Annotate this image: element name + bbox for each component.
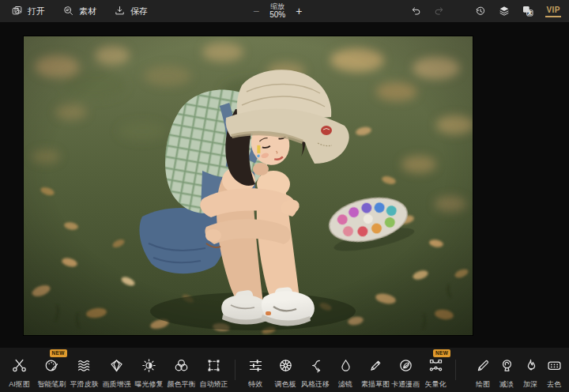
toolgroup-effects: 特效 调色板 风格迁移 滤镜 素描草图 卡通漫画 NEW 矢量化 [240,348,450,390]
style-transfer-icon [307,357,324,377]
scissors-icon [11,357,28,377]
redo-icon[interactable] [433,5,446,17]
toolgroup-paint: 绘图 减淡 加深 去色 [471,348,566,390]
tool-style-transfer[interactable]: 风格迁移 [300,348,330,390]
layers-icon[interactable] [498,5,511,17]
sketch-pen-icon [367,357,384,377]
dodge-icon [499,357,515,377]
undo-icon[interactable] [409,5,422,17]
toolgroup-adjust: AI抠图 NEW 智能笔刷 平滑皮肤 画质增强 曝光修复 颜色平衡 自动矫正 [3,348,230,390]
zoom-value: 50% [269,10,285,19]
waves-icon [76,357,92,377]
tool-ai-cutout[interactable]: AI抠图 [3,348,36,390]
tool-filter[interactable]: 滤镜 [330,348,360,390]
tool-exposure-fix[interactable]: 曝光修复 [133,348,165,390]
vector-nodes-icon [428,357,444,377]
crop-frame-icon [205,357,222,377]
sliders-icon [247,357,264,377]
toolbar-divider [455,360,456,380]
photo-girl-on-grass [24,36,473,335]
zoom-readout: 缩放 50% [269,3,285,20]
download-icon [114,5,126,18]
zoom-in-button[interactable]: + [294,6,303,17]
tool-burn[interactable]: 加深 [518,348,542,390]
tool-smooth-skin[interactable]: 平滑皮肤 [68,348,100,390]
top-toolbar: 打开 素材 保存 − 缩放 50% + [0,0,569,22]
tool-color-balance[interactable]: 颜色平衡 [165,348,198,390]
tool-cartoon[interactable]: 卡通漫画 [390,348,420,390]
assets-button[interactable]: 素材 [62,5,96,18]
save-label: 保存 [130,6,148,17]
save-button[interactable]: 保存 [114,5,148,18]
tool-vectorize[interactable]: NEW 矢量化 [420,348,450,390]
sun-icon [141,357,157,377]
tool-dodge[interactable]: 减淡 [495,348,518,390]
zoom-out-button[interactable]: − [251,6,261,17]
color-circles-icon [173,357,190,377]
tool-quality-enhance[interactable]: 画质增强 [100,348,133,390]
zoom-controls: − 缩放 50% + [251,0,303,22]
assets-label: 素材 [79,6,96,17]
open-image-icon [11,5,23,18]
search-materials-icon [62,5,74,18]
history-icon[interactable] [474,5,487,17]
translate-icon[interactable]: A文 [522,5,534,17]
vip-badge[interactable]: VIP [545,6,561,17]
tool-auto-correct[interactable]: 自动矫正 [198,348,230,390]
brush-palette-icon [43,357,60,377]
pencil-icon [475,357,492,377]
zoom-label: 缩放 [270,3,284,11]
gem-icon [108,357,125,377]
tool-smart-brush[interactable]: NEW 智能笔刷 [36,348,68,390]
tool-draw[interactable]: 绘图 [471,348,495,390]
bottom-toolbar: AI抠图 NEW 智能笔刷 平滑皮肤 画质增强 曝光修复 颜色平衡 自动矫正 [0,348,569,392]
cartoon-leaf-icon [398,357,414,377]
color-wheel-icon [277,357,294,377]
tool-effects[interactable]: 特效 [240,348,270,390]
tool-desaturate[interactable]: 去色 [542,348,566,390]
tool-palette[interactable]: 调色板 [270,348,300,390]
droplet-icon [337,357,354,377]
new-badge: NEW [433,349,450,357]
desaturate-icon [546,357,563,377]
open-button[interactable]: 打开 [11,5,45,18]
tool-sketch[interactable]: 素描草图 [360,348,390,390]
photo-canvas[interactable] [24,36,473,335]
flame-icon [522,357,539,377]
svg-text:文: 文 [528,10,532,15]
open-label: 打开 [28,6,45,17]
new-badge: NEW [50,349,67,357]
editor-canvas [0,22,569,348]
toolbar-divider [235,360,236,380]
